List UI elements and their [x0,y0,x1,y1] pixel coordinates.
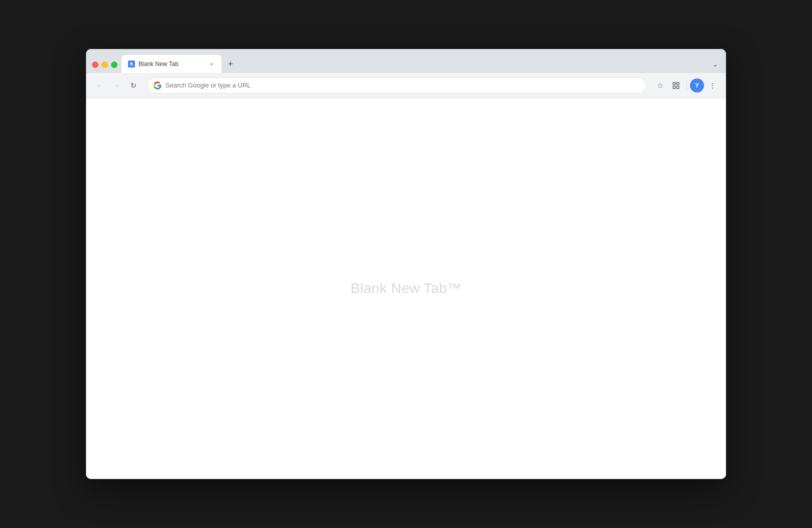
browser-window: B Blank New Tab × + ⌄ ← → ↻ [86,49,726,479]
svg-rect-3 [676,86,679,88]
nav-bar: ← → ↻ ☆ [86,73,726,98]
address-bar-container[interactable] [147,78,646,94]
back-button[interactable]: ← [92,78,107,93]
chevron-down-icon: ⌄ [712,60,718,68]
svg-rect-0 [673,82,676,85]
new-tab-button[interactable]: + [224,57,238,71]
forward-button[interactable]: → [109,78,124,93]
more-options-button[interactable]: ⋮ [705,78,720,93]
tab-favicon-img: B [128,60,135,68]
profile-button[interactable]: Y [690,78,704,92]
more-icon: ⋮ [709,82,716,90]
address-input[interactable] [166,82,640,89]
maximize-button[interactable] [111,62,118,68]
extensions-button[interactable] [668,78,684,93]
tab-title: Blank New Tab [138,60,204,68]
reload-icon: ↻ [130,82,136,90]
tab-favicon: B [128,60,136,68]
svg-rect-2 [673,86,676,88]
nav-right-buttons: ☆ Y ⋮ [652,78,720,93]
bookmark-button[interactable]: ☆ [652,78,668,93]
nav-divider [686,80,687,90]
bookmark-icon: ☆ [657,82,664,90]
google-logo-icon [154,82,162,90]
title-bar: B Blank New Tab × + ⌄ [86,49,726,73]
page-content: Blank New Tab™ [86,98,726,479]
page-watermark: Blank New Tab™ [350,280,461,296]
profile-letter: Y [695,82,699,89]
back-icon: ← [96,82,103,90]
minimize-button[interactable] [102,62,108,68]
forward-icon: → [113,82,120,90]
svg-rect-1 [676,82,679,85]
extensions-icon [672,82,680,90]
close-button[interactable] [92,62,98,68]
tabs-area: B Blank New Tab × + ⌄ [122,55,722,73]
tab-close-button[interactable]: × [208,60,216,68]
window-controls [90,62,122,73]
profile-dropdown-button[interactable]: ⌄ [708,57,722,71]
active-tab[interactable]: B Blank New Tab × [122,55,222,73]
reload-button[interactable]: ↻ [126,78,141,93]
